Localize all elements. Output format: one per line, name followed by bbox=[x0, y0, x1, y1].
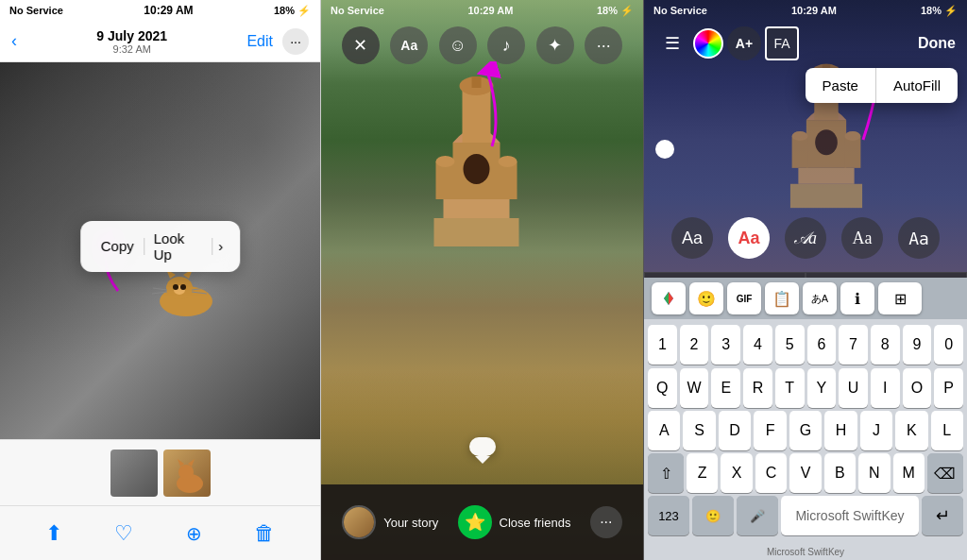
music-tool-button[interactable]: ♪ bbox=[487, 26, 525, 64]
key-r[interactable]: R bbox=[743, 368, 772, 408]
key-s[interactable]: S bbox=[683, 411, 715, 450]
space-key[interactable]: Microsoft SwiftKey bbox=[781, 496, 919, 535]
key-6[interactable]: 6 bbox=[807, 325, 837, 365]
key-7[interactable]: 7 bbox=[839, 325, 868, 365]
sparkle-tool-button[interactable]: ✦ bbox=[536, 26, 574, 64]
gemini-icon[interactable] bbox=[652, 282, 686, 314]
thumbnail-1[interactable] bbox=[110, 450, 158, 497]
status-signal-p1: No Service bbox=[9, 5, 63, 16]
key-a[interactable]: A bbox=[648, 411, 680, 450]
font-option-1[interactable]: Aa bbox=[671, 217, 713, 259]
status-battery-p3: 18% ⚡ bbox=[921, 5, 958, 17]
emoji-button[interactable]: 🙂 bbox=[689, 282, 723, 314]
share-bar: Your story ⭐ Close friends ··· bbox=[321, 484, 643, 560]
svg-rect-15 bbox=[433, 218, 518, 246]
done-button[interactable]: Done bbox=[918, 35, 956, 52]
key-p[interactable]: P bbox=[934, 368, 963, 408]
key-i[interactable]: I bbox=[871, 368, 900, 408]
copy-option[interactable]: Copy bbox=[92, 236, 144, 256]
paste-button[interactable]: Paste bbox=[806, 68, 875, 103]
key-t[interactable]: T bbox=[775, 368, 805, 408]
font-option-2-selected[interactable]: Aa bbox=[728, 217, 770, 259]
close-story-button[interactable]: ✕ bbox=[342, 26, 380, 64]
key-b[interactable]: B bbox=[824, 453, 856, 493]
emoji-key[interactable]: 🙂 bbox=[692, 496, 734, 535]
photo-time: 9:32 AM bbox=[96, 43, 167, 55]
key-4[interactable]: 4 bbox=[743, 325, 772, 365]
gemini-svg bbox=[660, 290, 677, 307]
font-option-3[interactable]: 𝒜a bbox=[785, 217, 826, 259]
photo-viewer[interactable]: Copy Look Up › bbox=[0, 62, 320, 439]
backspace-key[interactable]: ⌫ bbox=[927, 453, 963, 493]
key-1[interactable]: 1 bbox=[648, 325, 677, 365]
grid-button[interactable]: ⊞ bbox=[878, 282, 922, 314]
status-bar-p2: No Service 10:29 AM 18% ⚡ bbox=[321, 0, 643, 21]
more-button[interactable]: ··· bbox=[282, 28, 309, 55]
favorite-icon[interactable]: ♡ bbox=[114, 521, 133, 546]
thumbnail-2[interactable] bbox=[163, 450, 211, 497]
font-size-button[interactable]: A+ bbox=[727, 26, 761, 60]
lookup-option[interactable]: Look Up bbox=[144, 229, 212, 264]
gif-button[interactable]: GIF bbox=[727, 282, 761, 314]
return-key[interactable]: ↵ bbox=[922, 496, 963, 535]
key-d[interactable]: D bbox=[719, 411, 751, 450]
more-tool-button[interactable]: ··· bbox=[585, 26, 622, 64]
font-option-4[interactable]: Aa bbox=[841, 217, 883, 259]
key-9[interactable]: 9 bbox=[903, 325, 932, 365]
key-0[interactable]: 0 bbox=[934, 325, 963, 365]
key-m[interactable]: M bbox=[893, 453, 925, 493]
close-friends-button[interactable]: ⭐ Close friends bbox=[458, 505, 571, 539]
info-button[interactable]: ℹ bbox=[840, 282, 874, 314]
status-bar-p1: No Service 10:29 AM 18% ⚡ bbox=[0, 0, 320, 21]
key-u[interactable]: U bbox=[839, 368, 868, 408]
key-k[interactable]: K bbox=[895, 411, 927, 450]
key-8[interactable]: 8 bbox=[871, 325, 900, 365]
key-l[interactable]: L bbox=[931, 411, 963, 450]
key-v[interactable]: V bbox=[789, 453, 821, 493]
font-style-row: Aa Aa 𝒜a Aa Aa bbox=[644, 217, 967, 259]
enhance-icon[interactable]: ⊕ bbox=[186, 522, 202, 545]
key-c[interactable]: C bbox=[755, 453, 787, 493]
key-o[interactable]: O bbox=[903, 368, 932, 408]
mic-key[interactable]: 🎤 bbox=[737, 496, 778, 535]
back-button-p1[interactable]: ‹ bbox=[11, 31, 17, 51]
key-3[interactable]: 3 bbox=[711, 325, 740, 365]
more-option[interactable]: › bbox=[212, 236, 229, 256]
autofill-button[interactable]: AutoFill bbox=[876, 68, 958, 103]
key-q[interactable]: Q bbox=[648, 368, 677, 408]
delete-icon[interactable]: 🗑 bbox=[254, 521, 275, 546]
key-g[interactable]: G bbox=[789, 411, 822, 450]
key-z[interactable]: Z bbox=[687, 453, 718, 493]
status-time-p2: 10:29 AM bbox=[467, 5, 513, 16]
key-w[interactable]: W bbox=[680, 368, 709, 408]
key-n[interactable]: N bbox=[858, 453, 890, 493]
key-j[interactable]: J bbox=[860, 411, 892, 450]
your-story-button[interactable]: Your story bbox=[342, 505, 438, 539]
tutorial-arrow-p2 bbox=[468, 61, 516, 156]
key-e[interactable]: E bbox=[711, 368, 740, 408]
text-tool-button[interactable]: Aa bbox=[390, 26, 428, 64]
numbers-key[interactable]: 123 bbox=[648, 496, 689, 535]
paste-popup: Paste AutoFill bbox=[806, 68, 958, 103]
hamburger-menu-button[interactable]: ☰ bbox=[655, 26, 689, 60]
key-y[interactable]: Y bbox=[807, 368, 837, 408]
key-x[interactable]: X bbox=[721, 453, 752, 493]
key-h[interactable]: H bbox=[824, 411, 857, 450]
svg-point-34 bbox=[792, 131, 808, 141]
edit-button[interactable]: Edit bbox=[246, 33, 273, 50]
translate-button[interactable]: あA bbox=[803, 282, 837, 314]
share-more-button[interactable]: ··· bbox=[590, 506, 622, 538]
share-icon[interactable]: ⬆ bbox=[45, 521, 62, 546]
qwerty-row3: ⇧ Z X C V B N M ⌫ bbox=[648, 453, 963, 493]
key-5[interactable]: 5 bbox=[775, 325, 805, 365]
keyboard-toolbar: 🙂 GIF 📋 あA ℹ ⊞ bbox=[644, 278, 967, 319]
shift-key[interactable]: ⇧ bbox=[648, 453, 684, 493]
font-option-5[interactable]: Aa bbox=[898, 217, 940, 259]
nav-title-p1: 9 July 2021 9:32 AM bbox=[96, 28, 167, 55]
text-align-button[interactable]: FA bbox=[765, 26, 799, 60]
key-2[interactable]: 2 bbox=[680, 325, 709, 365]
clipboard-button[interactable]: 📋 bbox=[765, 282, 799, 314]
color-picker-button[interactable] bbox=[693, 28, 723, 59]
key-f[interactable]: F bbox=[754, 411, 786, 450]
sticker-tool-button[interactable]: ☺ bbox=[439, 26, 477, 64]
